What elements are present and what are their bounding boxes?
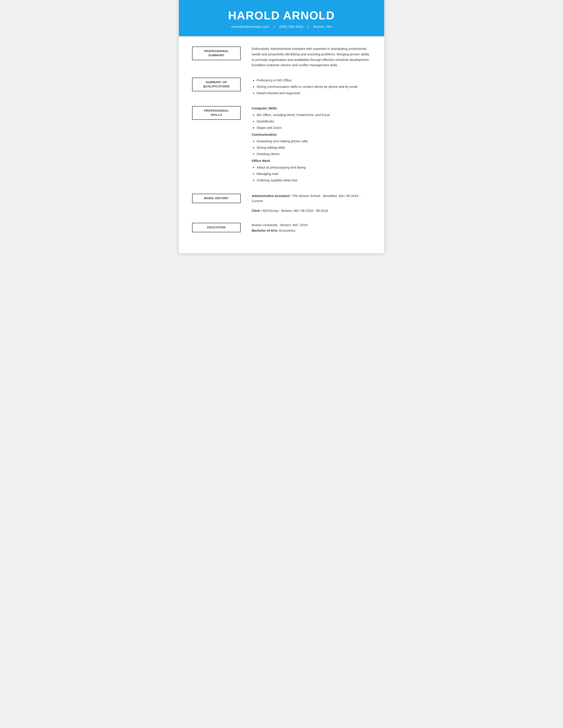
contact-info: example@example.com | (555) 555-5555 | B… (192, 25, 371, 28)
skills-content: Computer Skills MS Office, including Wor… (252, 105, 371, 184)
education-content: Boston University - Boston, MA / 2018 Ba… (252, 222, 371, 233)
work-history-label: WORK HISTORY (195, 196, 237, 201)
skills-section: PROFESSIONAL SKILLS Computer Skills MS O… (192, 105, 371, 184)
professional-summary-label-box: PROFESSIONAL SUMMARY (192, 47, 241, 60)
edu-degree-label: Bachelor of Arts (252, 229, 277, 232)
skills-label-box: PROFESSIONAL SKILLS (192, 106, 241, 120)
qualifications-label-box: SUMMARY OF QUALIFICATIONS (192, 78, 241, 91)
work-entry-2: Clerk / AEXGroup - Boston, MA / 06.2018 … (252, 208, 371, 213)
list-item: Ordering supplies when low (256, 177, 371, 183)
email: example@example.com (231, 25, 269, 28)
education-section: EDUCATION Boston University - Boston, MA… (192, 222, 371, 233)
list-item: Greeting clients (256, 151, 371, 157)
list-item: Answering and making phone calls (256, 138, 371, 144)
location: Boston, MA (314, 25, 332, 28)
computer-skills-list: MS Office, including Word, PowerPoint, a… (252, 112, 371, 131)
resume-header: HAROLD ARNOLD example@example.com | (555… (179, 0, 384, 36)
list-item: Strong editing skills (256, 144, 371, 150)
separator-1: | (273, 25, 274, 28)
list-item: Skype and Zoom (256, 125, 371, 131)
list-item: MS Office, including Word, PowerPoint, a… (256, 112, 371, 118)
work-title-1: Adminstrative Assistant (252, 194, 290, 198)
list-item: QuickBooks (256, 118, 371, 124)
qualifications-content: Proficiency in MS Office Strong communic… (252, 77, 371, 96)
work-history-label-col: WORK HISTORY (192, 193, 241, 203)
qualifications-label: SUMMARY OF QUALIFICATIONS (195, 80, 237, 89)
work-history-section: WORK HISTORY Adminstrative Assistant / T… (192, 193, 371, 213)
education-label-box: EDUCATION (192, 223, 241, 232)
work-history-label-box: WORK HISTORY (192, 194, 241, 203)
edu-separator: / (298, 223, 300, 227)
skills-label: PROFESSIONAL SKILLS (195, 109, 237, 117)
education-label-col: EDUCATION (192, 222, 241, 232)
communication-skills-list: Answering and making phone calls Strong … (252, 138, 371, 157)
qualifications-section: SUMMARY OF QUALIFICATIONS Proficiency in… (192, 77, 371, 96)
work-company-1: The Winsor School - Brookline, MA (292, 194, 344, 198)
qualifications-label-col: SUMMARY OF QUALIFICATIONS (192, 77, 241, 91)
office-work-title: Office Work (252, 158, 371, 163)
list-item: Proficiency in MS Office (256, 77, 371, 83)
list-item: Managing mail (256, 171, 371, 177)
edu-year: 2018 (300, 223, 307, 227)
edu-degree-field: Economics (279, 229, 295, 232)
computer-skills-title: Computer Skills (252, 106, 371, 111)
professional-summary-section: PROFESSIONAL SUMMARY Enthusiastic Admini… (192, 46, 371, 68)
professional-summary-label-col: PROFESSIONAL SUMMARY (192, 46, 241, 60)
communication-title: Communication (252, 132, 371, 137)
work-title-2: Clerk (252, 209, 260, 212)
list-item: Detail-oriented and organized (256, 90, 371, 96)
resume-page: HAROLD ARNOLD example@example.com | (555… (179, 0, 384, 253)
professional-summary-content: Enthusiastic Administrative Assistant wi… (252, 46, 371, 68)
skills-label-col: PROFESSIONAL SKILLS (192, 105, 241, 120)
office-work-skills-list: Adept at photocopying and faxing Managin… (252, 164, 371, 183)
list-item: Adept at photocopying and faxing (256, 164, 371, 170)
work-separator-2: / (345, 194, 346, 198)
work-entry-1: Adminstrative Assistant / The Winsor Sch… (252, 193, 371, 204)
list-item: Strong communication skills to contact c… (256, 84, 371, 90)
professional-summary-label: PROFESSIONAL SUMMARY (195, 49, 237, 58)
education-entry-1: Boston University - Boston, MA / 2018 Ba… (252, 222, 371, 233)
edu-school: Boston University - Boston, MA (252, 223, 298, 227)
candidate-name: HAROLD ARNOLD (192, 9, 371, 22)
resume-body: PROFESSIONAL SUMMARY Enthusiastic Admini… (179, 37, 384, 253)
work-history-content: Adminstrative Assistant / The Winsor Sch… (252, 193, 371, 213)
phone: (555) 555-5555 (279, 25, 304, 28)
work-dates-2: 06.2018 - 08.2018 (301, 209, 328, 212)
summary-text: Enthusiastic Administrative Assistant wi… (252, 46, 371, 68)
work-company-2: AEXGroup - Boston, MA (262, 209, 298, 212)
qualifications-list: Proficiency in MS Office Strong communic… (252, 77, 371, 96)
separator-2: | (308, 25, 309, 28)
education-label: EDUCATION (195, 225, 237, 230)
